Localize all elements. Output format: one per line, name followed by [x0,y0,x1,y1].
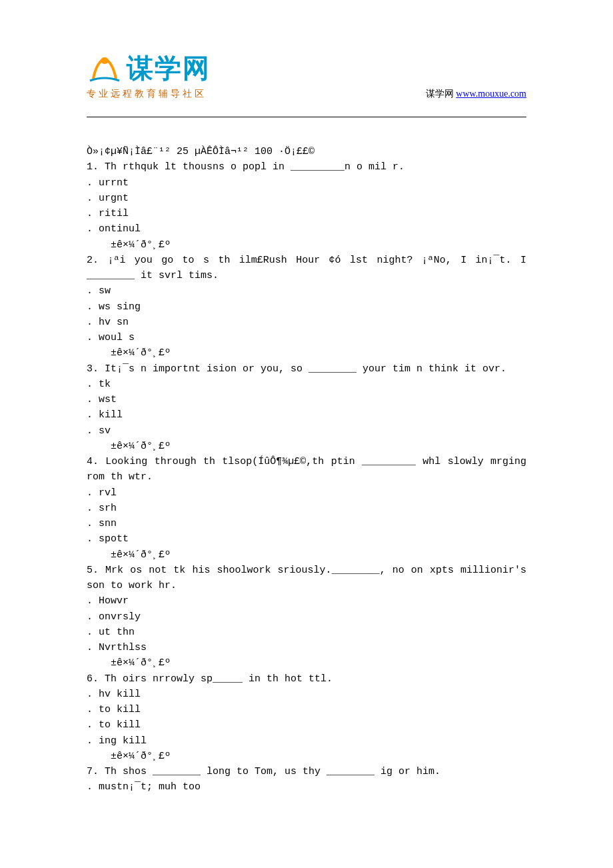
question-option: . urgnt [87,191,526,206]
svg-point-0 [101,57,109,64]
logo-icon [87,55,123,82]
question-option: . ut thn [87,625,526,640]
question-option: . kill [87,407,526,423]
header-right-text: 谋学网 [426,89,454,99]
question-option: . mustn¡¯t; muh too [87,779,526,795]
question-option: . to kill [87,702,526,717]
question-text: 1. Th rthquk lt thousns o popl in ______… [87,159,526,175]
document-content: Ò»¡¢µ¥Ñ¡Ìâ£¨¹² 25 µÀÊÔÌâ¬¹² 100 ·Ö¡££© 1… [87,144,526,795]
question-option: . spott [87,531,526,547]
answer-label: ±ê×¼´ð°¸£º [87,547,526,563]
question-text: 6. Th oirs nrrowly sp_____ in th hot ttl… [87,671,526,687]
answer-label: ±ê×¼´ð°¸£º [87,655,526,671]
question-option: . hv kill [87,687,526,702]
question-text: 4. Looking through th tlsop(ÍûÔ¶¾µ£©,th … [87,454,526,485]
question-option: . ws sing [87,299,526,315]
questions-container: 1. Th rthquk lt thousns o popl in ______… [87,159,526,795]
question-text: 5. Mrk os not tk his shoolwork sriously.… [87,563,526,594]
question-option: . woul s [87,330,526,345]
question-option: . onvrsly [87,609,526,625]
question-option: . srh [87,501,526,516]
question-option: . to kill [87,717,526,733]
question-text: 3. It¡¯s n importnt ision or you, so ___… [87,361,526,377]
question-option: . rvl [87,485,526,501]
question-option: . Nvrthlss [87,640,526,655]
question-option: . sv [87,423,526,439]
question-option: . ritil [87,206,526,221]
question-option: . tk [87,377,526,392]
question-option: . hv sn [87,315,526,330]
question-option: . Howvr [87,593,526,609]
header-divider [87,117,526,117]
question-text: 2. ¡ªi you go to s th ilm£­Rush Hour ¢ó … [87,253,526,284]
question-option: . snn [87,516,526,531]
question-option: . urrnt [87,175,526,191]
answer-label: ±ê×¼´ð°¸£º [87,749,526,764]
document-page: 谋学网 专业远程教育辅导社区 谋学网 www.mouxue.com Ò»¡¢µ¥… [0,0,613,835]
logo-top-row: 谋学网 [87,50,211,87]
logo-subtitle: 专业远程教育辅导社区 [87,88,207,100]
answer-label: ±ê×¼´ð°¸£º [87,345,526,361]
answer-label: ±ê×¼´ð°¸£º [87,439,526,454]
answer-label: ±ê×¼´ð°¸£º [87,237,526,253]
question-option: . sw [87,283,526,299]
logo-block: 谋学网 专业远程教育辅导社区 [87,50,211,100]
question-text: 7. Th shos ________ long to Tom, us thy … [87,764,526,779]
question-option: . wst [87,392,526,407]
logo-main-text: 谋学网 [127,50,211,87]
header-url-link[interactable]: www.mouxue.com [456,89,526,99]
intro-line: Ò»¡¢µ¥Ñ¡Ìâ£¨¹² 25 µÀÊÔÌâ¬¹² 100 ·Ö¡££© [87,144,526,159]
header-right: 谋学网 www.mouxue.com [426,88,526,100]
page-header: 谋学网 专业远程教育辅导社区 谋学网 www.mouxue.com [87,50,526,100]
question-option: . ing kill [87,733,526,749]
question-option: . ontinul [87,221,526,237]
